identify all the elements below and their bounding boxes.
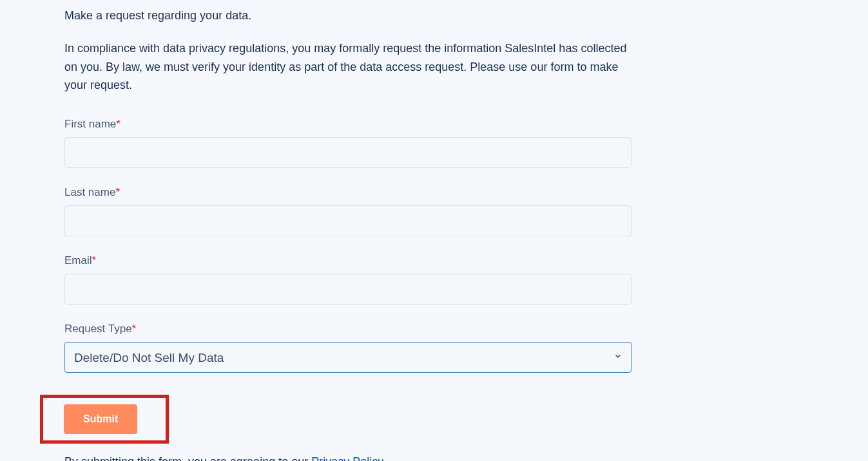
- email-group: Email*: [64, 254, 632, 305]
- consent-prefix: By submitting this form, you are agreein…: [64, 455, 311, 461]
- request-type-label-text: Request Type: [64, 323, 132, 335]
- last-name-group: Last name*: [64, 186, 632, 236]
- required-marker: *: [132, 323, 137, 335]
- submit-highlight-box: Submit: [40, 395, 169, 444]
- consent-text: By submitting this form, you are agreein…: [64, 455, 644, 461]
- last-name-label-text: Last name: [64, 186, 115, 198]
- email-input[interactable]: [64, 274, 632, 305]
- last-name-label: Last name*: [64, 186, 632, 199]
- request-type-label: Request Type*: [64, 323, 632, 335]
- intro-text: Make a request regarding your data.: [64, 6, 632, 25]
- email-label-text: Email: [64, 254, 92, 267]
- first-name-input[interactable]: [64, 137, 632, 168]
- first-name-label: First name*: [64, 118, 632, 131]
- first-name-group: First name*: [64, 118, 632, 168]
- privacy-policy-link[interactable]: Privacy Policy.: [311, 455, 386, 461]
- first-name-label-text: First name: [64, 118, 116, 130]
- required-marker: *: [92, 254, 97, 267]
- request-type-group: Request Type* Delete/Do Not Sell My Data: [64, 323, 632, 373]
- email-label: Email*: [64, 254, 632, 267]
- last-name-input[interactable]: [64, 205, 632, 236]
- request-type-select[interactable]: Delete/Do Not Sell My Data: [64, 342, 632, 373]
- required-marker: *: [116, 118, 121, 130]
- submit-button[interactable]: Submit: [64, 404, 137, 434]
- required-marker: *: [115, 186, 120, 198]
- description-text: In compliance with data privacy regulati…: [64, 39, 632, 95]
